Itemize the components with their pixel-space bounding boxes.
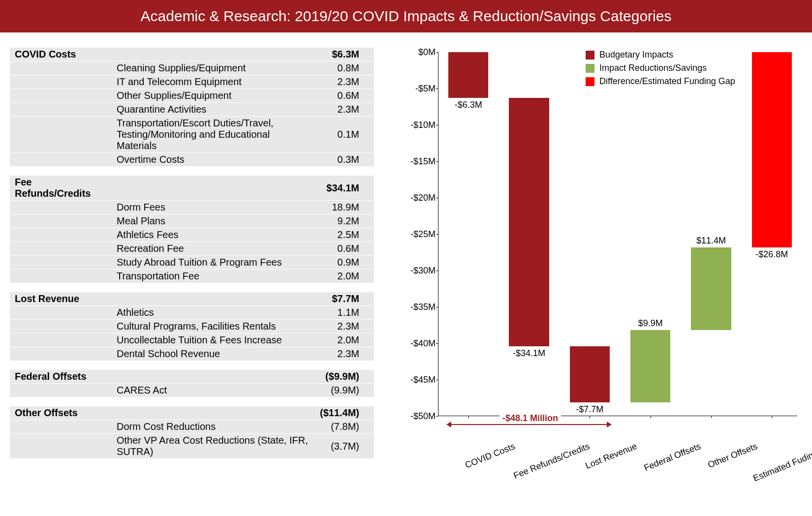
table-row: CARES Act(9.9M) (10, 384, 374, 397)
item-desc: Transportation Fee (111, 270, 315, 283)
y-tick-label: -$10M (410, 120, 436, 130)
y-tick-label: -$45M (410, 375, 436, 385)
item-value: 0.6M (315, 242, 374, 256)
item-value: 2.0M (315, 270, 374, 283)
item-value: 9.2M (315, 214, 374, 228)
item-desc: Quarantine Activities (111, 103, 315, 117)
item-value: (9.9M) (315, 384, 374, 397)
bar (570, 346, 610, 402)
group-total: $34.1M (315, 176, 374, 201)
x-category-label: Fee Refunds/Credits (512, 441, 592, 481)
item-value: 2.3M (315, 75, 374, 89)
item-value: 2.3M (315, 320, 374, 334)
item-desc: Other Supplies/Equipment (111, 89, 315, 103)
group-total: ($9.9M) (315, 370, 374, 384)
legend-item: Budgetary Impacts (586, 50, 735, 60)
table-row: Overtime Costs0.3M (10, 153, 374, 167)
table-row-total: COVID Costs$6.3M (10, 48, 374, 61)
group-total: $7.7M (315, 292, 374, 306)
table-row: IT and Telecomm Equipment2.3M (10, 75, 374, 89)
bar-label: -$26.8M (755, 249, 788, 260)
item-value: 2.0M (315, 334, 374, 347)
item-desc: Recreation Fee (111, 242, 315, 256)
table-row-total: Lost Revenue$7.7M (10, 292, 374, 306)
table-row: Transportation Fee2.0M (10, 270, 374, 283)
y-tick-label: $0M (418, 47, 436, 58)
bar-label: $9.9M (638, 318, 663, 329)
y-tick-label: -$20M (410, 193, 436, 203)
item-value: 2.3M (315, 347, 374, 361)
table-row: Transportation/Escort Duties/Travel, Tes… (10, 117, 374, 153)
item-desc: Athletics (111, 306, 315, 320)
group-name: COVID Costs (10, 48, 111, 61)
y-tick-label: -$30M (410, 266, 436, 276)
legend-swatch (586, 77, 594, 86)
table-row-total: Federal Offsets($9.9M) (10, 370, 374, 384)
annotation-arrow (451, 424, 607, 425)
table-row: Cultural Programs, Facilities Rentals2.3… (10, 320, 374, 334)
x-category-label: COVID Costs (464, 441, 517, 471)
bar-label: -$7.7M (576, 404, 603, 415)
item-value: 0.1M (315, 117, 374, 153)
table-row: Dorm Fees18.9M (10, 201, 374, 214)
item-desc: Meal Plans (111, 214, 315, 228)
item-desc: Study Abroad Tuition & Program Fees (111, 256, 315, 270)
legend-swatch (586, 64, 594, 73)
y-tick-label: -$50M (410, 411, 436, 422)
impact-table: COVID Costs$6.3MCleaning Supplies/Equipm… (10, 47, 374, 459)
item-desc: IT and Telecomm Equipment (111, 75, 315, 89)
y-tick-label: -$25M (410, 229, 436, 240)
bar (509, 98, 549, 346)
table-row: Other Supplies/Equipment0.6M (10, 89, 374, 103)
item-desc: Dorm Cost Reductions (111, 420, 315, 434)
table-panel: COVID Costs$6.3MCleaning Supplies/Equipm… (10, 47, 374, 465)
table-row: Other VP Area Cost Reductions (State, IF… (10, 434, 374, 459)
main-content: COVID Costs$6.3MCleaning Supplies/Equipm… (0, 32, 812, 465)
table-row: Study Abroad Tuition & Program Fees0.9M (10, 256, 374, 270)
item-value: (7.8M) (315, 420, 374, 434)
item-value: 18.9M (315, 201, 374, 214)
item-desc: Other VP Area Cost Reductions (State, IF… (111, 434, 315, 459)
waterfall-chart: Budgetary ImpactsImpact Reductions/Savin… (394, 47, 802, 465)
x-category-label: Lost Revenue (584, 441, 639, 471)
bar (691, 247, 731, 331)
y-tick-label: -$35M (410, 302, 436, 312)
x-category-label: Estimated Fuding Gap (752, 441, 812, 484)
y-tick-label: -$15M (410, 156, 436, 167)
item-desc: Cleaning Supplies/Equipment (111, 61, 315, 75)
bar (752, 52, 792, 247)
plot-area (438, 52, 797, 416)
chart-legend: Budgetary ImpactsImpact Reductions/Savin… (586, 50, 735, 90)
item-value: 0.8M (315, 61, 374, 75)
x-category-label: Other Offsets (706, 441, 759, 470)
y-tick-label: -$5M (415, 84, 436, 94)
legend-label: Impact Reductions/Savings (599, 63, 707, 73)
item-desc: CARES Act (111, 384, 315, 397)
group-name: Lost Revenue (10, 292, 111, 306)
group-total: ($11.4M) (315, 406, 374, 420)
table-row: Cleaning Supplies/Equipment0.8M (10, 61, 374, 75)
item-desc: Cultural Programs, Facilities Rentals (111, 320, 315, 334)
item-value: 2.3M (315, 103, 374, 117)
chart-panel: Budgetary ImpactsImpact Reductions/Savin… (394, 47, 802, 465)
item-desc: Overtime Costs (111, 153, 315, 167)
item-value: 2.5M (315, 228, 374, 242)
item-value: 0.9M (315, 256, 374, 270)
legend-label: Budgetary Impacts (599, 50, 673, 60)
table-row: Meal Plans9.2M (10, 214, 374, 228)
table-row: Dorm Cost Reductions(7.8M) (10, 420, 374, 434)
bar-label: $11.4M (696, 236, 726, 246)
legend-label: Difference/Estimated Funding Gap (599, 76, 735, 87)
item-value: 0.6M (315, 89, 374, 103)
bar-label: -$6.3M (455, 100, 482, 110)
table-row: Athletics Fees2.5M (10, 228, 374, 242)
legend-swatch (586, 51, 594, 60)
group-name: Other Offsets (10, 406, 111, 420)
group-name: Fee Refunds/Credits (10, 176, 111, 201)
table-row: Uncollectable Tuition & Fees Increase2.0… (10, 334, 374, 347)
legend-item: Impact Reductions/Savings (586, 63, 735, 73)
group-total: $6.3M (315, 48, 374, 61)
item-value: 0.3M (315, 153, 374, 167)
table-row-total: Fee Refunds/Credits$34.1M (10, 176, 374, 201)
page-title: Academic & Research: 2019/20 COVID Impac… (0, 0, 812, 32)
